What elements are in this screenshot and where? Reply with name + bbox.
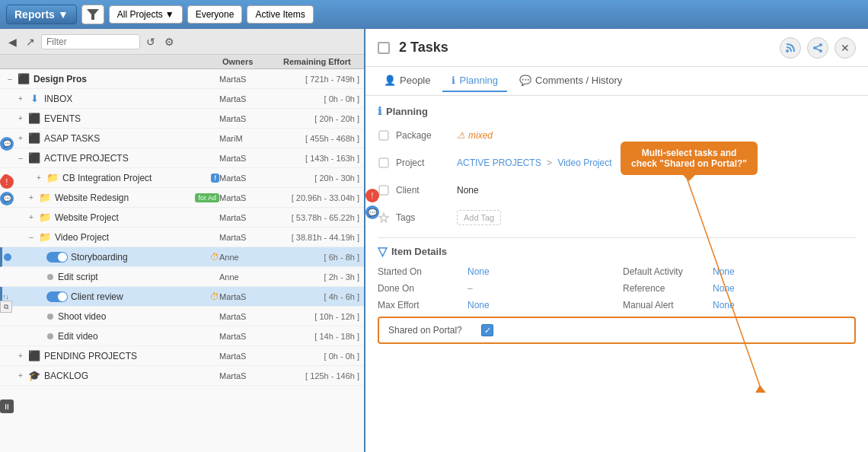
tab-comments[interactable]: 💬 Comments / History <box>510 70 631 92</box>
client-checkbox[interactable] <box>378 184 390 196</box>
active-items-label: Active Items <box>255 9 305 20</box>
top-bar: Reports ▼ All Projects ▼ Everyone Active… <box>0 0 868 29</box>
star-icon <box>378 212 389 223</box>
max-effort-value[interactable]: None <box>468 300 490 310</box>
started-on-label: Started On <box>378 266 461 277</box>
tree-row-inbox[interactable]: + ⬇ INBOX MartaS [ 0h - 0h ] <box>0 89 364 109</box>
filter-icon-button[interactable] <box>81 5 104 24</box>
detail-default-activity: Default Activity None <box>623 266 856 277</box>
tree-row-design-pros[interactable]: – ⬛ Design Pros MartaS [ 721h - 749h ] <box>0 69 364 89</box>
svg-point-1 <box>786 49 789 53</box>
cb-badge: f <box>211 173 219 183</box>
tree-row-backlog[interactable]: + 🎓 BACKLOG MartaS [ 125h - 146h ] <box>0 366 364 386</box>
expand-backlog[interactable]: + <box>15 371 26 381</box>
col-name <box>0 57 219 66</box>
package-checkbox[interactable] <box>378 129 390 142</box>
add-tag-input[interactable]: Add Tag <box>457 210 501 225</box>
close-button[interactable]: ✕ <box>834 37 856 59</box>
collapse-icon[interactable]: ◀ <box>5 34 20 49</box>
tree-row-pending[interactable]: + ⬛ PENDING PROJECTS MartaS [ 0h - 0h ] <box>0 346 364 366</box>
expand-redesign[interactable]: + <box>26 193 37 203</box>
tree-row-cb-integration[interactable]: + 📁 CB Integration Project f MartaS [ 20… <box>0 168 364 188</box>
expand-website[interactable]: + <box>26 212 37 223</box>
tooltip-box: Multi-select tasks and check "Shared on … <box>621 142 758 175</box>
expand-inbox[interactable]: + <box>15 94 26 104</box>
task-count: 2 Tasks <box>399 40 448 56</box>
client-review-toggle[interactable] <box>46 291 68 302</box>
effort-design-pros: [ 721h - 749h ] <box>280 75 364 84</box>
tooltip-text: Multi-select tasks and check "Shared on … <box>631 148 747 169</box>
tree-row-asap[interactable]: + ⬛ ASAP TASKS MariM [ 455h - 468h ] <box>0 129 364 148</box>
reports-button[interactable]: Reports ▼ <box>6 5 77 24</box>
checkbox-icon <box>378 185 389 196</box>
portal-checkbox[interactable]: ✓ <box>481 324 493 336</box>
field-client: Client None <box>378 180 856 201</box>
tree-row-edit-script[interactable]: Edit script Anne [ 2h - 3h ] <box>0 267 364 287</box>
default-activity-value[interactable]: None <box>713 266 735 277</box>
tree-row-client-review[interactable]: ↑↓ Client review ⏱ MartaS [ 4h - 6h ] <box>0 287 364 307</box>
label-storyboarding: Storyboarding <box>71 252 209 263</box>
planning-section-label: Planning <box>386 106 428 117</box>
rss-button[interactable] <box>780 37 801 59</box>
tabs: 👤 People ℹ Planning 💬 Comments / History <box>365 67 868 96</box>
tree-row-active-projects[interactable]: – ⬛ ACTIVE PROJECTS MartaS [ 143h - 163h… <box>0 148 364 168</box>
active-items-button[interactable]: Active Items <box>247 5 313 24</box>
done-on-value[interactable]: – <box>468 283 473 294</box>
filter-input[interactable] <box>41 34 140 49</box>
effort-asap: [ 455h - 468h ] <box>280 134 364 143</box>
expand-asap[interactable]: + <box>15 133 26 144</box>
settings-icon[interactable]: ⚙ <box>161 34 177 49</box>
blue-notif: 💬 <box>365 205 379 219</box>
owners-client-review: MartaS <box>219 292 280 301</box>
active-icon: ⬛ <box>27 151 41 165</box>
storyboarding-toggle[interactable] <box>46 252 68 263</box>
tab-people[interactable]: 👤 People <box>375 70 439 92</box>
owners-events: MartaS <box>219 114 280 123</box>
label-video: Video Project <box>55 232 219 243</box>
share-button[interactable] <box>807 37 828 59</box>
expand-pending[interactable]: + <box>15 351 26 361</box>
tree-row-storyboarding[interactable]: Storyboarding ⏱ Anne [ 6h - 8h ] <box>0 247 364 267</box>
detail-started-on: Started On None <box>378 266 611 277</box>
owners-shoot-video: MartaS <box>219 312 280 321</box>
manual-alert-value[interactable]: None <box>713 300 735 310</box>
tags-value[interactable]: Add Tag <box>457 212 856 223</box>
expand-active[interactable]: – <box>15 153 26 164</box>
effort-backlog: [ 125h - 146h ] <box>280 371 364 380</box>
reports-label: Reports <box>14 8 55 21</box>
tags-checkbox[interactable] <box>378 212 390 224</box>
client-label: Client <box>396 185 457 196</box>
dot-icon-edit-script <box>47 274 53 280</box>
clock-icon-storyboarding: ⏱ <box>210 252 219 263</box>
refresh-icon[interactable]: ↺ <box>143 34 158 49</box>
label-backlog: BACKLOG <box>44 371 219 381</box>
all-projects-label: All Projects <box>117 9 163 20</box>
all-projects-arrow: ▼ <box>165 9 174 20</box>
all-projects-button[interactable]: All Projects ▼ <box>109 5 183 24</box>
effort-redesign: [ 20.96h - 33.04h ] <box>280 193 364 202</box>
expand-icon[interactable]: ↗ <box>23 34 38 49</box>
reports-arrow: ▼ <box>58 8 69 21</box>
expand-cb[interactable]: + <box>34 173 44 183</box>
reference-value[interactable]: None <box>713 283 735 294</box>
started-on-value[interactable]: None <box>468 266 490 277</box>
tree-row-video-project[interactable]: – 📁 Video Project MartaS [ 38.81h - 44.1… <box>0 228 364 247</box>
tree-row-edit-video[interactable]: Edit video MartaS [ 14h - 18h ] <box>0 326 364 346</box>
tree-row-website-project[interactable]: + 📁 Website Project MartaS [ 53.78h - 65… <box>0 208 364 228</box>
everyone-button[interactable]: Everyone <box>187 5 243 24</box>
max-effort-label: Max Effort <box>378 300 461 310</box>
project-checkbox[interactable] <box>378 157 390 169</box>
checkbox-icon <box>378 130 389 141</box>
task-select-checkbox[interactable] <box>378 42 390 54</box>
tab-planning[interactable]: ℹ Planning <box>442 70 507 92</box>
expand-design-pros[interactable]: – <box>5 74 15 84</box>
expand-events[interactable]: + <box>15 113 26 124</box>
item-details-label: Item Details <box>391 246 447 257</box>
tree-row-shoot-video[interactable]: Shoot video MartaS [ 10h - 12h ] <box>0 307 364 326</box>
tree-row-website-redesign[interactable]: + 📁 Website Redesign for Ad MartaS [ 20.… <box>0 188 364 208</box>
expand-video[interactable]: – <box>26 232 37 243</box>
tree-row-events[interactable]: + ⬛ EVENTS MartaS [ 20h - 20h ] <box>0 109 364 129</box>
item-details-icon: ▽ <box>378 244 387 259</box>
effort-website: [ 53.78h - 65.22h ] <box>280 213 364 222</box>
owners-storyboarding: Anne <box>219 253 280 262</box>
